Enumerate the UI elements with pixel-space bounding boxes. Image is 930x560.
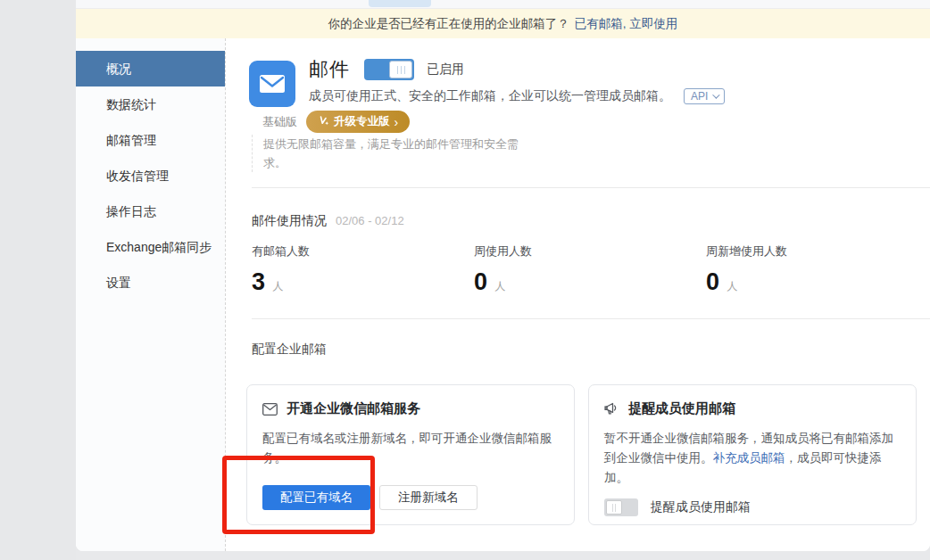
- stat-mailbox-users: 有邮箱人数 3 人: [252, 243, 310, 296]
- sidebar-item-send-receive[interactable]: 收发信管理: [76, 158, 225, 194]
- version-label: 基础版: [262, 114, 297, 130]
- version-note: 提供无限邮箱容量，满足专业的邮件管理和安全需求。: [252, 135, 537, 172]
- chevron-down-icon: [713, 91, 720, 98]
- usage-section-title: 邮件使用情况: [252, 213, 327, 229]
- banner-use-existing-link[interactable]: 已有邮箱, 立即使用: [575, 16, 678, 32]
- workspace: 概况 数据统计 邮箱管理 收发信管理 操作日志 Exchange邮箱同步 设置 …: [76, 38, 930, 551]
- stat-unit: 人: [727, 280, 737, 292]
- sidebar-item-mailbox-management[interactable]: 邮箱管理: [76, 122, 225, 158]
- card-title: 提醒成员使用邮箱: [628, 400, 735, 417]
- remind-toggle-label: 提醒成员使用邮箱: [651, 499, 751, 515]
- banner-question: 你的企业是否已经有正在使用的企业邮箱了？: [328, 16, 569, 32]
- stat-label: 周新增使用人数: [706, 243, 787, 259]
- divider: [252, 318, 930, 319]
- stat-unit: 人: [494, 280, 505, 292]
- chevron-right-icon: ›: [394, 116, 399, 128]
- upgrade-pro-button[interactable]: 升级专业版 ›: [306, 111, 410, 133]
- stat-weekly-new-users: 周新增使用人数 0 人: [706, 243, 787, 296]
- left-gray-rail: [0, 0, 76, 560]
- sidebar-item-statistics[interactable]: 数据统计: [76, 86, 225, 122]
- sidebar: 概况 数据统计 邮箱管理 收发信管理 操作日志 Exchange邮箱同步 设置: [76, 38, 225, 551]
- sidebar-item-operation-log[interactable]: 操作日志: [76, 194, 225, 229]
- toggle-knob: [606, 500, 622, 515]
- mail-description: 成员可使用正式、安全的工作邮箱，企业可以统一管理成员邮箱。: [309, 88, 671, 104]
- top-strip: [76, 0, 930, 9]
- register-new-domain-button[interactable]: 注册新域名: [379, 485, 477, 510]
- stat-unit: 人: [272, 280, 283, 292]
- card-title: 开通企业微信邮箱服务: [286, 400, 420, 417]
- notice-banner: 你的企业是否已经有正在使用的企业邮箱了？ 已有邮箱, 立即使用: [76, 9, 930, 38]
- sidebar-item-overview[interactable]: 概况: [76, 51, 225, 86]
- api-label: API: [691, 90, 708, 103]
- card-open-mail-service: 开通企业微信邮箱服务 配置已有域名或注册新域名，即可开通企业微信邮箱服务。 配置…: [246, 384, 575, 525]
- main-content: 邮件 已启用 成员可使用正式、安全的工作邮箱，企业可以统一管理成员邮箱。 API…: [225, 38, 930, 551]
- toggle-knob: [389, 61, 412, 78]
- stat-value: 0: [706, 268, 719, 295]
- stat-value: 3: [252, 268, 265, 295]
- stat-label: 有邮箱人数: [252, 243, 310, 259]
- stat-weekly-users: 周使用人数 0 人: [474, 243, 532, 296]
- megaphone-icon: [604, 402, 619, 416]
- page-title: 邮件: [309, 56, 350, 83]
- usage-period: 02/06 - 02/12: [336, 214, 404, 227]
- enabled-status-label: 已启用: [427, 62, 464, 78]
- top-tab-fragment: [369, 0, 431, 7]
- stat-value: 0: [474, 268, 487, 295]
- card-text: 配置已有域名或注册新域名，即可开通企业微信邮箱服务。: [262, 429, 556, 468]
- envelope-outline-icon: [262, 403, 278, 416]
- config-section-title: 配置企业邮箱: [252, 342, 327, 358]
- api-dropdown[interactable]: API: [684, 88, 725, 104]
- envelope-icon: [259, 73, 286, 95]
- supplement-member-mailbox-link[interactable]: 补充成员邮箱: [713, 451, 785, 465]
- card-remind-members: 提醒成员使用邮箱 暂不开通企业微信邮箱服务，通知成员将已有邮箱添加到企业微信中使…: [588, 384, 917, 525]
- mail-enabled-toggle[interactable]: [364, 59, 414, 80]
- upgrade-label: 升级专业版: [334, 114, 390, 129]
- mail-app-icon: [249, 61, 295, 107]
- sidebar-item-settings[interactable]: 设置: [76, 265, 225, 301]
- divider: [252, 187, 930, 188]
- sparkle-icon: [318, 116, 329, 128]
- configure-existing-domain-button[interactable]: 配置已有域名: [262, 485, 370, 510]
- remind-members-toggle[interactable]: [604, 498, 638, 516]
- stat-label: 周使用人数: [474, 243, 532, 259]
- sidebar-item-exchange-sync[interactable]: Exchange邮箱同步: [76, 229, 225, 265]
